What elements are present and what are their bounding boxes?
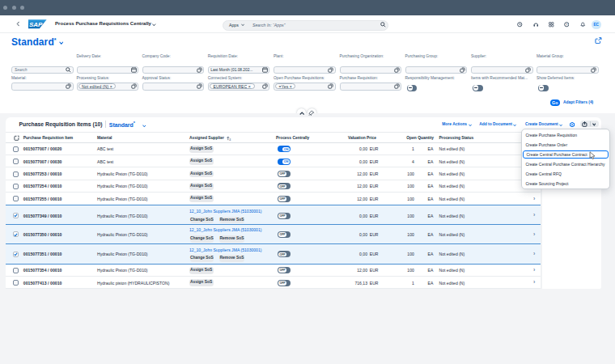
svg-text:SAP: SAP [29,21,43,28]
svg-text:4: 4 [229,138,231,141]
